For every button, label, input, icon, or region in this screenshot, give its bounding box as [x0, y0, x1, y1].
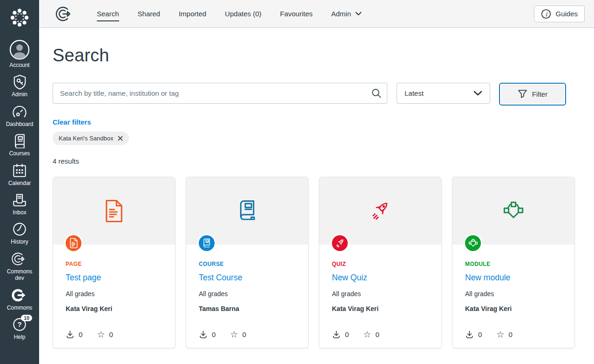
tab-search[interactable]: Search: [97, 0, 119, 27]
card-grades: All grades: [332, 290, 432, 298]
sidebar-item-label: Help: [14, 334, 26, 340]
main-content: Search Latest: [39, 28, 594, 364]
favourites-count: 0: [375, 331, 379, 338]
sidebar-item-label: Commons dev: [4, 268, 35, 282]
shield-key-icon: [13, 74, 27, 89]
sidebar-item-help[interactable]: ? 10 Help: [0, 314, 39, 343]
favourites-stat: ☆ 0: [363, 330, 379, 339]
star-icon: ☆: [230, 330, 238, 339]
page-type-badge: [64, 234, 83, 252]
clock-icon: [13, 222, 27, 237]
canvas-logo-icon[interactable]: [8, 0, 31, 32]
quiz-type-badge: [331, 234, 349, 252]
topnav-tabs: Search Shared Imported Updates (0) Favou…: [97, 0, 362, 27]
sidebar-item-history[interactable]: History: [0, 218, 39, 248]
card-type-label: QUIZ: [332, 261, 432, 267]
avatar-icon: [9, 40, 30, 60]
tab-admin-menu[interactable]: Admin: [331, 0, 362, 27]
sidebar-item-commons[interactable]: Commons: [0, 285, 39, 314]
tab-favourites[interactable]: Favourites: [280, 0, 312, 27]
card-author: Kata Virag Keri: [332, 305, 432, 312]
guides-button[interactable]: i Guides: [534, 6, 585, 22]
global-sidebar: Account Admin: [0, 0, 39, 364]
sidebar-item-label: Admin: [12, 91, 27, 98]
downloads-count: 0: [79, 331, 82, 338]
course-type-badge: [197, 234, 216, 252]
sidebar-item-label: History: [11, 238, 28, 245]
info-icon: i: [541, 9, 551, 19]
card-stats: 0 ☆ 0: [66, 330, 113, 339]
sidebar-item-inbox[interactable]: Inbox: [0, 189, 39, 218]
card-type-label: COURSE: [199, 261, 299, 267]
card-stats: 0 ☆ 0: [465, 330, 513, 339]
result-card-page: PAGE Test page All grades Kata Virag Ker…: [53, 177, 176, 348]
download-icon: [199, 330, 208, 339]
downloads-stat: 0: [332, 330, 349, 339]
sidebar-item-admin[interactable]: Admin: [0, 71, 39, 100]
downloads-stat: 0: [199, 330, 216, 339]
search-input[interactable]: [53, 83, 387, 104]
card-type-label: PAGE: [66, 261, 166, 267]
filter-chip-label: Kata Keri's Sandbox: [59, 135, 113, 142]
star-icon: ☆: [97, 330, 105, 339]
card-grades: All grades: [465, 290, 565, 298]
course-book-icon: [237, 200, 257, 222]
quiz-rocket-icon: [370, 200, 391, 222]
sidebar-item-account[interactable]: Account: [0, 36, 39, 71]
downloads-stat: 0: [66, 330, 82, 339]
card-stats: 0 ☆ 0: [332, 330, 379, 339]
sort-select[interactable]: Latest: [397, 83, 490, 104]
download-icon: [66, 330, 74, 339]
downloads-stat: 0: [465, 330, 482, 339]
filter-button[interactable]: Filter: [501, 85, 564, 104]
tab-shared[interactable]: Shared: [138, 0, 160, 27]
page-title: Search: [53, 46, 575, 66]
sidebar-item-label: Account: [9, 62, 29, 68]
card-title-link[interactable]: New Quiz: [332, 273, 367, 283]
card-author: Tamas Barna: [199, 305, 299, 312]
module-nodes-icon: [503, 201, 524, 221]
card-title-link[interactable]: New module: [465, 273, 510, 283]
sidebar-item-calendar[interactable]: Calendar: [0, 160, 39, 189]
inbox-icon: [13, 192, 27, 207]
help-count-badge: 10: [21, 315, 32, 322]
quiz-rocket-icon: [335, 238, 345, 248]
active-filters-row: Kata Keri's Sandbox: [53, 132, 575, 145]
card-body: COURSE Test Course All grades Tamas Barn…: [186, 245, 308, 312]
downloads-count: 0: [345, 331, 349, 338]
card-body: QUIZ New Quiz All grades Kata Virag Keri…: [319, 245, 441, 312]
sidebar-item-dashboard[interactable]: Dashboard: [0, 101, 39, 130]
star-icon: ☆: [363, 330, 371, 339]
remove-filter-button[interactable]: [118, 136, 123, 141]
tab-imported[interactable]: Imported: [179, 0, 206, 27]
card-title-link[interactable]: Test page: [66, 273, 101, 283]
card-body: MODULE New module All grades Kata Virag …: [452, 245, 574, 312]
search-box: [53, 83, 387, 104]
card-body: PAGE Test page All grades Kata Virag Ker…: [53, 245, 175, 312]
tab-admin-label: Admin: [331, 10, 351, 18]
chevron-down-icon: [473, 91, 482, 96]
gauge-icon: [11, 104, 28, 119]
favourites-stat: ☆ 0: [97, 330, 113, 339]
top-navigation-bar: Search Shared Imported Updates (0) Favou…: [39, 0, 594, 28]
card-grades: All grades: [199, 290, 299, 298]
commons-app-logo-icon[interactable]: [56, 6, 74, 22]
favourites-count: 0: [508, 331, 512, 338]
result-card-module: MODULE New module All grades Kata Virag …: [452, 177, 575, 348]
app-window: Account Admin: [0, 0, 594, 364]
sidebar-item-label: Inbox: [13, 209, 26, 216]
card-stats: 0 ☆ 0: [199, 330, 246, 339]
card-type-label: MODULE: [465, 261, 565, 267]
tab-updates[interactable]: Updates (0): [225, 0, 261, 27]
guides-label: Guides: [555, 10, 578, 18]
download-icon: [332, 330, 341, 339]
module-type-badge: [464, 234, 482, 252]
sidebar-item-courses[interactable]: Courses: [0, 130, 39, 159]
card-title-link[interactable]: Test Course: [199, 273, 242, 283]
clear-filters-link[interactable]: Clear filters: [53, 118, 91, 126]
book-icon: [13, 133, 26, 148]
page-document-icon: [104, 199, 124, 223]
sidebar-item-commons-dev[interactable]: Commons dev: [0, 248, 39, 285]
downloads-count: 0: [478, 331, 482, 338]
sidebar-item-label: Commons: [7, 304, 33, 311]
